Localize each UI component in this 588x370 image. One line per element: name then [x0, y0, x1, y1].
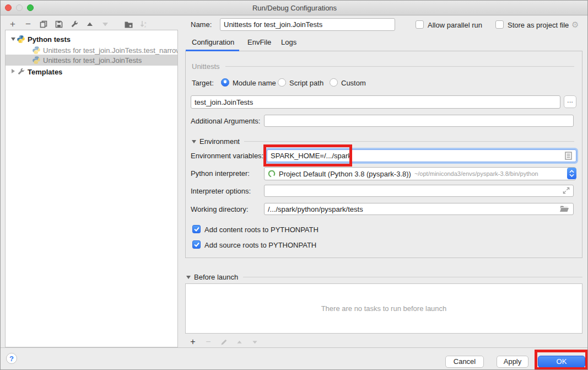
tab-logs[interactable]: Logs — [281, 38, 296, 46]
tree-item-python-tests[interactable]: Python tests — [6, 34, 177, 45]
before-launch-rule — [243, 277, 582, 277]
dropdown-stepper-icon[interactable] — [567, 168, 576, 179]
store-as-project-file-checkbox[interactable] — [495, 20, 504, 29]
allow-parallel-run-checkbox[interactable] — [416, 20, 424, 29]
group-rule — [225, 66, 574, 67]
move-down-icon[interactable] — [101, 20, 110, 29]
conda-environment-icon — [268, 170, 276, 178]
apply-button[interactable]: Apply — [497, 356, 528, 368]
cancel-button[interactable]: Cancel — [445, 356, 484, 368]
edit-task-icon[interactable] — [219, 337, 228, 346]
svg-text:a: a — [144, 21, 147, 24]
python-icon — [32, 46, 41, 55]
wrench-icon — [17, 67, 25, 76]
tree-item-label: Templates — [28, 68, 62, 76]
add-content-roots-label: Add content roots to PYTHONPATH — [204, 226, 319, 234]
tree-item-unittests-test-narrow[interactable]: Unittests for test_join.JoinTests.test_n… — [6, 45, 177, 56]
before-launch-section-header[interactable]: Before launch — [186, 273, 238, 281]
target-label: Target: — [192, 79, 214, 87]
name-input[interactable] — [220, 18, 395, 31]
radio-script-path-label: Script path — [289, 79, 323, 87]
add-icon[interactable]: + — [8, 20, 17, 29]
expand-field-icon[interactable] — [563, 187, 570, 196]
radio-script-path[interactable] — [278, 78, 286, 87]
working-directory-label: Working directory: — [191, 205, 249, 213]
empty-task-message: There are no tasks to run before launch — [321, 304, 447, 313]
add-source-roots-label: Add source roots to PYTHONPATH — [204, 241, 316, 249]
footer-divider — [1, 347, 588, 348]
browse-variables-icon[interactable] — [565, 152, 572, 162]
chevron-right-icon[interactable] — [10, 69, 17, 74]
chevron-down-icon — [192, 140, 196, 143]
add-source-roots-checkbox[interactable] — [192, 240, 201, 249]
task-toolbar: + − — [188, 337, 259, 346]
environment-variables-label: Environment variables: — [191, 152, 263, 160]
unittests-group-title: Unittests — [192, 62, 220, 71]
tree-item-templates[interactable]: Templates — [6, 66, 177, 77]
allow-parallel-run-label: Allow parallel run — [428, 21, 482, 29]
target-input[interactable] — [191, 95, 560, 109]
before-launch-task-list: There are no tasks to run before launch — [185, 283, 582, 334]
tree-item-label: Unittests for test_join.JoinTests — [43, 56, 142, 65]
copy-icon[interactable] — [39, 20, 48, 29]
additional-arguments-input[interactable] — [264, 115, 574, 127]
gear-icon[interactable]: ⚙ — [571, 20, 579, 30]
configurations-tree: Python tests Unittests for test_join.Joi… — [5, 30, 178, 347]
store-as-project-file-label: Store as project file — [508, 21, 569, 29]
environment-rule — [244, 141, 574, 142]
folder-icon[interactable] — [559, 205, 569, 214]
radio-custom[interactable] — [330, 78, 338, 87]
edit-templates-icon[interactable] — [70, 20, 79, 29]
chevron-down-icon[interactable] — [10, 36, 17, 42]
configurations-toolbar: + − az — [8, 19, 148, 29]
additional-arguments-label: Additional Arguments: — [191, 117, 260, 125]
window-title: Run/Debug Configurations — [1, 4, 588, 12]
move-task-down-icon[interactable] — [250, 337, 259, 346]
add-content-roots-checkbox[interactable] — [192, 225, 201, 233]
sort-alphabetically-icon[interactable]: az — [139, 20, 148, 29]
name-label: Name: — [191, 20, 212, 29]
python-icon — [17, 35, 25, 44]
help-button[interactable]: ? — [6, 353, 17, 364]
tab-envfile[interactable]: EnvFile — [247, 38, 271, 46]
radio-custom-label: Custom — [341, 79, 366, 87]
chevron-down-icon — [186, 276, 191, 279]
radio-module-name[interactable] — [221, 78, 229, 87]
environment-variables-input[interactable] — [267, 149, 576, 162]
browse-target-button[interactable]: ... — [564, 95, 576, 108]
ok-button[interactable]: OK — [538, 356, 585, 368]
python-interpreter-path: ~/opt/miniconda3/envs/pyspark-3.8/bin/py… — [414, 170, 538, 177]
remove-task-icon[interactable]: − — [204, 337, 213, 346]
move-task-up-icon[interactable] — [235, 337, 244, 346]
python-icon — [32, 56, 41, 65]
tab-configuration[interactable]: Configuration — [192, 38, 234, 46]
svg-text:z: z — [144, 25, 146, 28]
python-interpreter-label: Python interpreter: — [191, 169, 250, 178]
remove-icon[interactable]: − — [24, 20, 33, 29]
new-folder-icon[interactable] — [124, 20, 133, 29]
tree-item-label: Python tests — [28, 35, 71, 44]
add-task-icon[interactable]: + — [188, 337, 197, 346]
tree-item-label: Unittests for test_join.JoinTests.test_n… — [43, 46, 177, 55]
working-directory-input[interactable] — [264, 203, 574, 215]
environment-section-header[interactable]: Environment — [192, 137, 240, 146]
interpreter-options-label: Interpreter options: — [191, 187, 251, 195]
radio-module-name-label: Module name — [233, 79, 276, 87]
run-debug-configurations-dialog: Run/Debug Configurations + − az — [0, 0, 588, 370]
tree-item-unittests-jointests-selected[interactable]: Unittests for test_join.JoinTests — [6, 55, 177, 66]
python-interpreter-value: Project Default (Python 3.8 (pyspark-3.8… — [279, 170, 411, 178]
title-bar: Run/Debug Configurations — [1, 1, 588, 15]
save-icon[interactable] — [55, 20, 63, 29]
interpreter-options-input[interactable] — [264, 185, 574, 197]
move-up-icon[interactable] — [85, 20, 94, 29]
python-interpreter-select[interactable]: Project Default (Python 3.8 (pyspark-3.8… — [264, 167, 576, 180]
